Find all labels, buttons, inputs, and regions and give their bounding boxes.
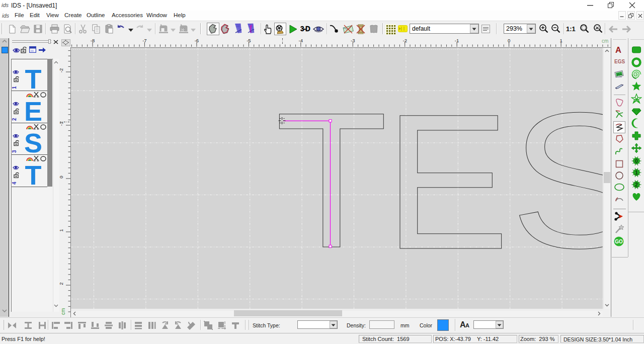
svg-text:-3: -3 [351, 38, 355, 43]
svg-text:-1: -1 [455, 38, 459, 43]
svg-text:0: 0 [635, 158, 638, 164]
svg-text:-7: -7 [142, 38, 146, 43]
svg-text:0: 0 [59, 176, 64, 178]
svg-text:1: 1 [59, 229, 64, 231]
svg-text:-6: -6 [195, 38, 199, 43]
svg-text:2: 2 [59, 282, 64, 285]
svg-text:-1: -1 [59, 122, 64, 126]
svg-text:GO: GO [615, 239, 623, 244]
svg-text:-8: -8 [91, 38, 95, 43]
svg-text:-2: -2 [59, 68, 64, 72]
svg-text:2: 2 [635, 182, 638, 188]
svg-text:-5: -5 [247, 38, 251, 43]
svg-text:0: 0 [508, 38, 510, 43]
svg-text:-4: -4 [299, 38, 303, 43]
svg-text:E: E [384, 74, 509, 290]
svg-text:T: T [275, 72, 388, 288]
svg-text:1: 1 [635, 169, 638, 176]
svg-text:-2: -2 [403, 38, 407, 43]
svg-text:1: 1 [559, 38, 562, 43]
svg-text:S: S [510, 72, 603, 288]
